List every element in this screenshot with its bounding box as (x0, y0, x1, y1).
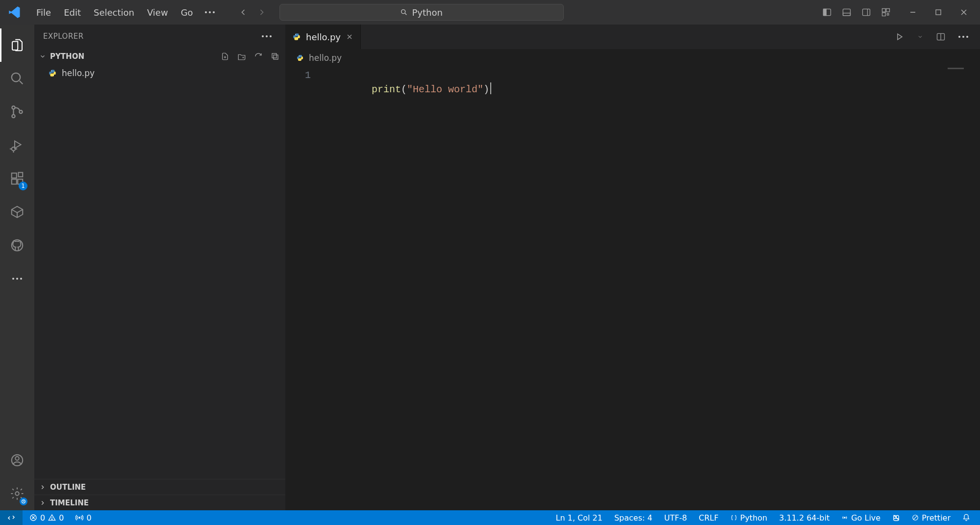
customize-layout-icon[interactable] (878, 4, 894, 20)
breadcrumb[interactable]: hello.py (285, 49, 980, 67)
layout-controls (819, 4, 894, 20)
svg-rect-23 (19, 173, 23, 177)
activity-accounts[interactable] (0, 444, 34, 477)
prettier-status[interactable]: Prettier (907, 510, 955, 525)
code-token-paren: ( (401, 84, 407, 95)
activity-explorer[interactable] (0, 28, 34, 62)
folder-header[interactable]: PYTHON (34, 48, 285, 65)
notifications[interactable] (957, 510, 975, 525)
chevron-down-icon (39, 53, 46, 60)
split-editor-icon[interactable] (933, 29, 949, 45)
nav-back[interactable] (235, 4, 251, 20)
svg-point-34 (298, 39, 299, 40)
go-live[interactable]: Go Live (836, 510, 885, 525)
code-editor[interactable]: 1 print("Hello world") (285, 67, 980, 510)
language-mode[interactable]: Python (726, 510, 772, 525)
close-icon[interactable] (346, 33, 353, 41)
toggle-primary-sidebar-icon[interactable] (819, 4, 835, 20)
menu-view[interactable]: View (141, 4, 174, 21)
command-center-search[interactable]: Python (279, 4, 564, 21)
outline-panel[interactable]: OUTLINE (34, 479, 285, 495)
toggle-panel-icon[interactable] (839, 4, 854, 20)
menu-file[interactable]: File (30, 4, 57, 21)
code-content[interactable]: print("Hello world") (325, 67, 980, 110)
nav-forward[interactable] (254, 4, 270, 20)
svg-point-31 (51, 71, 52, 72)
menu-edit[interactable]: Edit (58, 4, 87, 21)
cursor-position[interactable]: Ln 1, Col 21 (551, 510, 607, 525)
editor-area: hello.py hello.py 1 print("Hello world") (285, 25, 980, 510)
svg-rect-12 (936, 10, 941, 15)
window-close[interactable] (953, 4, 975, 20)
error-count: 0 (40, 513, 45, 523)
go-live-label: Go Live (851, 513, 880, 523)
svg-point-47 (844, 517, 845, 518)
editor-tab-active[interactable]: hello.py (285, 25, 361, 49)
outline-label: OUTLINE (50, 483, 86, 492)
text-cursor (490, 82, 491, 94)
encoding[interactable]: UTF-8 (659, 510, 692, 525)
broadcast-icon (75, 514, 83, 522)
ports-indicator[interactable]: 0 (71, 510, 96, 525)
editor-more[interactable] (954, 36, 973, 38)
activity-extensions[interactable]: 1 (0, 162, 34, 195)
chevron-right-icon (39, 499, 46, 506)
activity-settings[interactable] (0, 477, 34, 510)
warning-count: 0 (59, 513, 64, 523)
vscode-logo (8, 5, 22, 19)
svg-point-15 (12, 73, 21, 82)
new-file-icon[interactable] (219, 50, 231, 63)
block-icon (912, 514, 919, 521)
svg-rect-5 (863, 9, 870, 15)
menu-overflow[interactable] (200, 4, 220, 21)
file-tree-item[interactable]: hello.py (34, 65, 285, 81)
python-file-icon (292, 32, 301, 41)
svg-rect-7 (882, 9, 886, 12)
svg-line-52 (913, 516, 917, 520)
explorer-more[interactable] (257, 35, 276, 37)
problems-indicator[interactable]: 0 0 (25, 510, 69, 525)
activity-bar: 1 (0, 25, 34, 510)
run-dropdown[interactable] (912, 29, 928, 45)
timeline-panel[interactable]: TIMELINE (34, 495, 285, 510)
activity-source-control[interactable] (0, 95, 34, 129)
svg-rect-29 (272, 53, 276, 58)
remote-indicator[interactable] (0, 510, 23, 525)
toggle-secondary-sidebar-icon[interactable] (858, 4, 874, 20)
menu-selection[interactable]: Selection (88, 4, 140, 21)
tab-label: hello.py (306, 32, 341, 42)
svg-point-18 (19, 110, 22, 113)
run-button[interactable] (892, 29, 907, 45)
ports-count: 0 (86, 513, 91, 523)
svg-rect-21 (12, 179, 17, 184)
activity-containers[interactable] (0, 195, 34, 229)
collapse-all-icon[interactable] (269, 50, 281, 63)
svg-point-26 (15, 457, 19, 461)
code-token-string: "Hello world" (407, 84, 483, 95)
code-token-fn: print (372, 84, 401, 95)
menu-go[interactable]: Go (175, 4, 199, 21)
activity-search[interactable] (0, 62, 34, 95)
indentation[interactable]: Spaces: 4 (609, 510, 657, 525)
eol[interactable]: CRLF (694, 510, 723, 525)
svg-rect-10 (887, 14, 889, 15)
python-file-icon (48, 69, 57, 78)
minimap[interactable] (948, 68, 977, 75)
activity-more[interactable] (0, 262, 34, 295)
broadcast-icon (841, 514, 848, 521)
line-number: 1 (285, 69, 311, 82)
warning-icon (48, 514, 56, 522)
window-maximize[interactable] (927, 4, 950, 20)
python-interpreter[interactable]: 3.11.2 64-bit (774, 510, 834, 525)
window-minimize[interactable] (902, 4, 924, 20)
extensions-badge: 1 (19, 182, 27, 190)
copilot-status[interactable] (887, 510, 905, 525)
activity-github[interactable] (0, 229, 34, 262)
editor-tabs: hello.py (285, 25, 980, 49)
new-folder-icon[interactable] (235, 50, 248, 63)
timeline-label: TIMELINE (50, 499, 89, 507)
activity-run-debug[interactable] (0, 129, 34, 162)
refresh-icon[interactable] (252, 50, 265, 63)
svg-point-0 (402, 10, 405, 14)
svg-rect-20 (12, 173, 17, 178)
